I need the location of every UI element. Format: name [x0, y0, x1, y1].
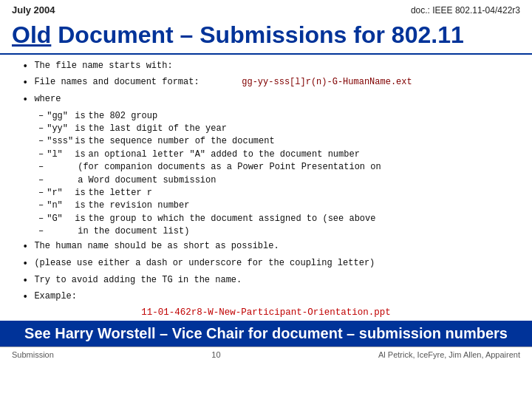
- title-area: Old Document – Submissions for 802.11: [0, 18, 532, 55]
- sub-bullet-dot-3: •: [22, 290, 28, 305]
- sub-bullet-text-2: Try to avoid adding the TG in the name.: [34, 274, 242, 287]
- title-old: Old: [12, 21, 51, 48]
- indent-row-7: – "n" is the revision number: [38, 200, 517, 212]
- footer-bar: Submission 10 Al Petrick, IceFyre, Jim A…: [0, 347, 532, 362]
- bullet-dot-2: •: [22, 76, 28, 91]
- page-title: Old Document – Submissions for 802.11: [12, 21, 520, 49]
- sub-bullet-0: • The human name should be as short as p…: [22, 240, 517, 255]
- example-link: 11-01-462r8-W-New-Participant-Orientatio…: [15, 307, 517, 318]
- header-bar: July 2004 doc.: IEEE 802.11-04/422r3: [0, 0, 532, 18]
- indent-row-5: – a Word document submission: [38, 174, 517, 187]
- footer-left: Submission: [12, 350, 54, 359]
- bullet-2: • File names and document format: gg-yy-…: [22, 76, 517, 91]
- bullet-3: • where: [22, 93, 517, 108]
- footer-center: 10: [211, 350, 220, 359]
- indent-row-2: – "sss" is the sequence number of the do…: [38, 135, 517, 148]
- sub-bullet-3: • Example:: [22, 290, 517, 305]
- doc-ref-label: doc.: IEEE 802.11-04/422r3: [411, 5, 520, 16]
- footer-right: Al Petrick, IceFyre, Jim Allen, Appairen…: [378, 350, 520, 359]
- bullet-1: • The file name starts with:: [22, 60, 517, 75]
- bullet-text-3: where: [34, 93, 61, 106]
- title-rest: Document – Submissions for 802.11: [51, 21, 463, 48]
- sub-bullet-2: • Try to avoid adding the TG in the name…: [22, 274, 517, 289]
- sub-bullet-dot-1: •: [22, 257, 28, 272]
- indent-row-9: – in the document list): [38, 225, 517, 238]
- indent-row-4: – (for companion documents as a Power Po…: [38, 161, 517, 174]
- content-area: • The file name starts with: • File name…: [0, 55, 532, 318]
- indent-row-1: – "yy" is the last digit of the year: [38, 123, 517, 135]
- indent-row-6: – "r" is the letter r: [38, 187, 517, 200]
- sub-bullet-text-3: Example:: [34, 290, 77, 303]
- indent-block: – "gg" is the 802 group – "yy" is the la…: [38, 110, 517, 239]
- bullet-dot-3: •: [22, 93, 28, 108]
- bullet-dot-1: •: [22, 60, 28, 75]
- date-label: July 2004: [12, 4, 55, 16]
- indent-row-0: – "gg" is the 802 group: [38, 110, 517, 123]
- slide: July 2004 doc.: IEEE 802.11-04/422r3 Old…: [0, 0, 532, 399]
- bottom-banner: See Harry Worstell – Vice Chair for docu…: [0, 321, 532, 347]
- indent-row-3: – "l" is an optional letter "A" added to…: [38, 149, 517, 161]
- sub-bullet-dot-2: •: [22, 274, 28, 289]
- sub-bullet-text-0: The human name should be as short as pos…: [34, 240, 279, 253]
- sub-bullet-dot-0: •: [22, 240, 28, 255]
- indent-row-8: – "G" is the group to which the document…: [38, 213, 517, 225]
- bullet-text-2: File names and document format: gg-yy-ss…: [34, 76, 412, 89]
- file-format-label: gg-yy-sss[l]r(n)-G-HumanName.ext: [242, 77, 412, 87]
- bullet-text-1: The file name starts with:: [34, 60, 172, 72]
- sub-bullet-1: • (please use either a dash or underscor…: [22, 257, 517, 272]
- sub-bullet-text-1: (please use either a dash or underscore …: [34, 257, 375, 270]
